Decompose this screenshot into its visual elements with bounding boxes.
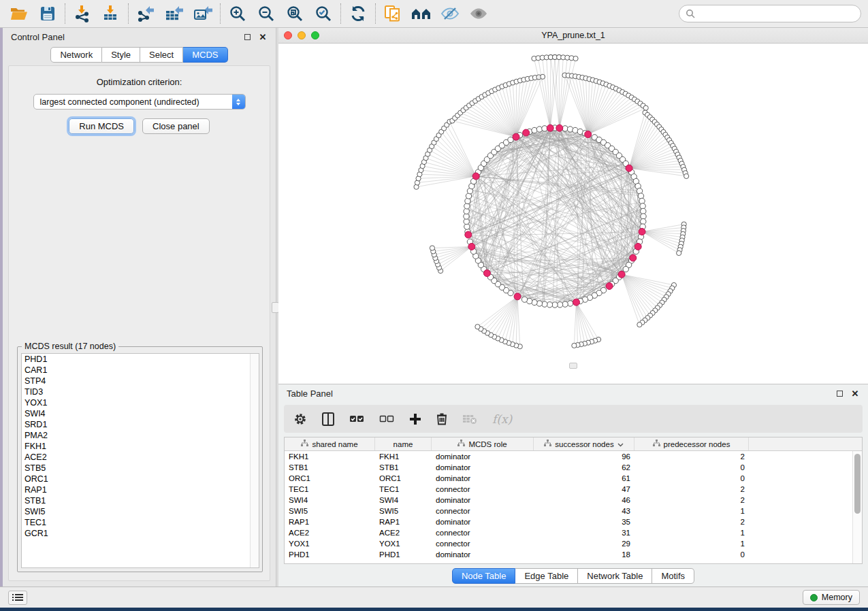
hide-selected-icon[interactable] (438, 3, 462, 24)
graph-hub-node[interactable] (468, 243, 475, 250)
clone-network-icon[interactable] (381, 3, 405, 24)
graph-hub-node[interactable] (483, 270, 490, 277)
zoom-fit-icon[interactable] (283, 3, 307, 24)
list-item[interactable]: SRD1 (22, 419, 259, 430)
graph-hub-node[interactable] (585, 131, 592, 137)
show-columns-icon[interactable] (322, 412, 334, 426)
graph-node[interactable] (430, 246, 434, 250)
table-row[interactable]: TEC1TEC1connector472 (285, 484, 852, 495)
graph-node[interactable] (465, 198, 470, 203)
list-item[interactable]: STB1 (22, 495, 259, 506)
graph-hub-node[interactable] (630, 254, 637, 261)
graph-node[interactable] (475, 325, 480, 329)
memory-button[interactable]: Memory (803, 590, 860, 605)
graph-node[interactable] (532, 127, 537, 133)
graph-node[interactable] (639, 198, 645, 203)
tab-network-table[interactable]: Network Table (578, 568, 652, 584)
tab-network[interactable]: Network (50, 47, 102, 63)
graph-hub-node[interactable] (618, 271, 625, 278)
delete-column-icon[interactable] (436, 412, 447, 425)
column-header-shared-name[interactable]: shared name (285, 437, 375, 450)
network-window-titlebar[interactable]: YPA_prune.txt_1 (278, 28, 868, 44)
list-scrollbar[interactable] (250, 354, 259, 567)
graph-node[interactable] (638, 193, 643, 199)
column-header-name[interactable]: name (375, 437, 432, 450)
horizontal-splitter-grip[interactable] (569, 363, 577, 369)
list-item[interactable]: STB5 (22, 463, 259, 474)
search-input[interactable] (699, 9, 854, 18)
list-item[interactable]: PHD1 (22, 354, 259, 365)
table-row[interactable]: ORC1ORC1dominator610 (285, 473, 852, 484)
deselect-all-icon[interactable] (379, 414, 394, 424)
table-row[interactable]: RAP1RAP1dominator352 (285, 516, 852, 527)
tab-style[interactable]: Style (102, 47, 140, 63)
apply-layout-icon[interactable] (346, 3, 370, 24)
graph-node[interactable] (521, 297, 527, 302)
add-column-icon[interactable] (409, 413, 421, 425)
network-canvas[interactable] (278, 44, 868, 384)
table-row[interactable]: SWI4SWI4dominator462 (285, 495, 852, 506)
zoom-in-icon[interactable] (225, 3, 250, 24)
list-item[interactable]: TEC1 (22, 517, 259, 528)
float-panel-icon[interactable] (835, 389, 844, 398)
graph-node[interactable] (567, 301, 573, 306)
list-item[interactable]: TID3 (22, 386, 259, 397)
table-row[interactable]: YOX1YOX1connector291 (285, 538, 852, 549)
column-header-predecessor-nodes[interactable]: predecessor nodes (634, 437, 749, 450)
list-item[interactable]: YOX1 (22, 397, 259, 408)
graph-hub-node[interactable] (472, 173, 479, 180)
close-panel-button[interactable]: Close panel (142, 118, 210, 134)
tab-mcds[interactable]: MCDS (183, 47, 227, 63)
table-row[interactable]: STB1STB1dominator620 (285, 462, 852, 473)
import-table-icon[interactable] (99, 3, 123, 24)
graph-node[interactable] (464, 203, 470, 209)
graph-node[interactable] (637, 323, 642, 327)
graph-hub-node[interactable] (634, 243, 641, 250)
list-item[interactable]: RAP1 (22, 484, 259, 495)
column-header-successor-nodes[interactable]: successor nodes (534, 437, 634, 450)
tab-edge-table[interactable]: Edge Table (515, 568, 578, 584)
list-item[interactable]: ORC1 (22, 474, 259, 484)
graph-node[interactable] (677, 250, 681, 255)
criterion-select[interactable]: largest connected component (undirected) (33, 94, 246, 110)
list-item[interactable]: GCR1 (22, 528, 259, 539)
float-panel-icon[interactable] (242, 32, 252, 42)
import-network-icon[interactable] (70, 3, 95, 24)
graph-node[interactable] (567, 127, 573, 132)
table-scrollbar[interactable] (852, 451, 862, 563)
graph-hub-node[interactable] (556, 125, 563, 131)
graph-hub-node[interactable] (465, 231, 472, 238)
run-mcds-button[interactable]: Run MCDS (69, 118, 134, 134)
graph-node[interactable] (536, 301, 542, 306)
graph-hub-node[interactable] (514, 293, 521, 300)
list-item[interactable]: SWI5 (22, 506, 259, 517)
export-table-icon[interactable] (162, 3, 187, 24)
graph-hub-node[interactable] (523, 129, 530, 136)
graph-hub-node[interactable] (573, 299, 579, 306)
table-row[interactable]: FKH1FKH1dominator962 (285, 451, 852, 462)
table-options-gear-icon[interactable] (293, 412, 307, 426)
close-panel-icon[interactable]: ✕ (850, 389, 860, 398)
list-item[interactable]: ACE2 (22, 452, 259, 463)
list-item[interactable]: STP4 (22, 376, 259, 386)
close-panel-icon[interactable]: ✕ (258, 32, 268, 42)
graph-node[interactable] (684, 174, 689, 178)
task-history-button[interactable] (8, 591, 27, 605)
column-header-MCDS-role[interactable]: MCDS role (432, 437, 534, 450)
graph-node[interactable] (623, 266, 628, 271)
graph-node[interactable] (536, 127, 542, 132)
save-session-icon[interactable] (35, 3, 60, 24)
export-network-icon[interactable] (133, 3, 158, 24)
graph-hub-node[interactable] (606, 282, 613, 289)
graph-hub-node[interactable] (626, 165, 632, 171)
table-row[interactable]: SWI5SWI5connector431 (285, 506, 852, 516)
open-session-icon[interactable] (7, 3, 31, 24)
table-row[interactable]: ACE2ACE2connector311 (285, 527, 852, 538)
list-item[interactable]: CAR1 (22, 365, 259, 376)
export-image-icon[interactable] (191, 3, 215, 24)
graph-node[interactable] (542, 301, 547, 307)
graph-node[interactable] (572, 343, 577, 348)
show-all-icon[interactable] (466, 3, 491, 24)
list-item[interactable]: SWI4 (22, 408, 259, 419)
list-item[interactable]: FKH1 (22, 441, 259, 452)
